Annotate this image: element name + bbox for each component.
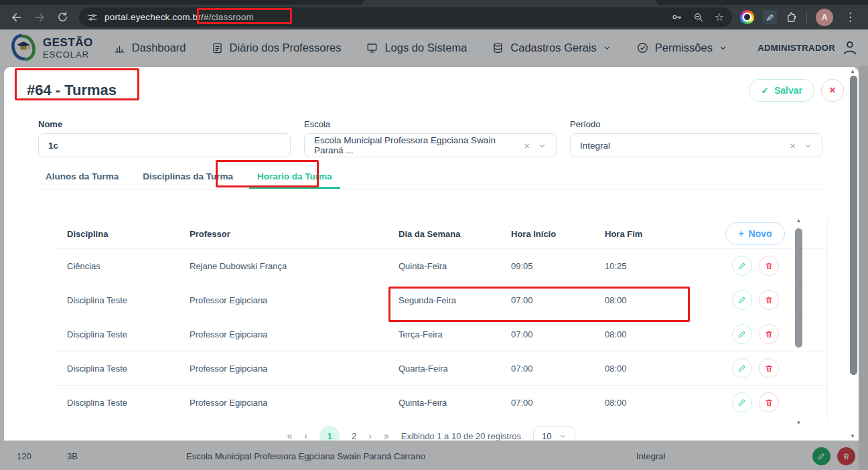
address-bar[interactable]: portal.eyecheck.com.br/#/classroom ☆ [79, 7, 732, 27]
novo-button[interactable]: + Novo [725, 222, 784, 245]
row-actions [732, 392, 779, 412]
cell-disciplina: Disciplina Teste [67, 364, 190, 374]
cell-hora-fim: 08:00 [605, 329, 683, 339]
clear-icon[interactable]: × [524, 140, 530, 151]
page-size-select[interactable]: 10 [533, 426, 575, 441]
nome-input[interactable]: 1c [38, 133, 291, 157]
cell-dia: Segunda-Feira [399, 295, 511, 305]
last-page-button[interactable]: » [384, 430, 389, 441]
col-disciplina: Disciplina [67, 229, 190, 239]
cell-hora-inicio: 07:00 [511, 329, 605, 339]
periodo-select[interactable]: Integral × [570, 133, 822, 157]
page-size-value: 10 [542, 431, 551, 441]
edit-button[interactable] [732, 392, 752, 412]
scroll-up-icon[interactable]: ▲ [850, 68, 855, 74]
browser-menu-icon[interactable]: ⋮ [842, 10, 859, 24]
browser-reload-button[interactable] [52, 7, 72, 27]
periodo-value: Integral [580, 141, 610, 151]
browser-profile-avatar[interactable]: A [816, 9, 833, 26]
first-page-button[interactable]: « [287, 430, 293, 441]
row-actions [732, 256, 779, 276]
modal-header-actions: ✓ Salvar × [749, 79, 844, 102]
browser-chrome: portal.eyecheck.com.br/#/classroom ☆ A ⋮ [0, 0, 868, 29]
edit-button[interactable] [732, 290, 752, 310]
delete-button[interactable] [759, 392, 779, 412]
cell-professor: Professor Egipciana [190, 295, 399, 305]
pencil-icon [737, 329, 747, 339]
field-periodo: Período Integral × [570, 119, 822, 157]
trash-icon [764, 329, 774, 339]
edit-button[interactable] [732, 358, 752, 378]
site-settings-icon[interactable] [87, 12, 98, 23]
table-row: Disciplina Teste Professor Egipciana Qui… [55, 385, 827, 419]
escola-value: Escola Municipal Professora Egpciana Swa… [314, 135, 524, 155]
escola-select[interactable]: Escola Municipal Professora Egpciana Swa… [304, 133, 557, 157]
col-hora-fim: Hora Fim [605, 229, 683, 239]
save-label: Salvar [774, 85, 802, 96]
modal-scrollbar[interactable]: ▲ ▼ [849, 67, 859, 441]
cell-disciplina: Disciplina Teste [67, 329, 190, 339]
escola-label: Escola [304, 119, 557, 129]
close-button[interactable]: × [821, 79, 844, 102]
edit-button[interactable] [732, 324, 752, 344]
cell-dia: Quinta-Feira [399, 261, 511, 271]
prev-page-button[interactable]: ‹ [304, 430, 307, 441]
cell-hora-fim: 08:00 [605, 364, 683, 374]
zoom-out-icon[interactable] [693, 12, 704, 23]
cell-disciplina: Disciplina Teste [67, 398, 190, 408]
extension-pen-icon[interactable] [763, 10, 777, 24]
scrollbar-thumb[interactable] [795, 228, 802, 347]
check-icon: ✓ [761, 85, 769, 96]
table-scrollbar[interactable]: ▲ ▼ [794, 218, 803, 426]
tab-disciplinas-da-turma[interactable]: Disciplinas da Turma [135, 165, 241, 189]
address-bar-actions: ☆ [671, 11, 724, 23]
scrollbar-thumb[interactable] [850, 76, 857, 375]
novo-label: Novo [749, 228, 772, 239]
periodo-label: Período [570, 119, 822, 129]
scroll-down-icon[interactable]: ▼ [796, 420, 802, 426]
browser-extensions-area: A ⋮ [740, 9, 861, 26]
chevron-down-icon[interactable] [538, 141, 547, 150]
horario-table: Disciplina Professor Dia da Semana Hora … [55, 219, 828, 419]
edit-button[interactable] [732, 256, 752, 276]
cell-hora-fim: 08:00 [605, 295, 683, 305]
tab-horario-da-turma[interactable]: Horario da Turma [249, 165, 340, 189]
field-nome: Nome 1c [38, 119, 291, 157]
browser-forward-button[interactable] [29, 7, 50, 27]
password-key-icon[interactable] [671, 11, 682, 23]
delete-button[interactable] [759, 358, 779, 378]
extension-color-icon[interactable] [740, 10, 754, 24]
cell-dia: Quinta-Feira [399, 398, 511, 408]
cell-hora-inicio: 07:00 [511, 295, 605, 305]
page-2-button[interactable]: 2 [352, 431, 356, 441]
forward-arrow-icon [33, 11, 46, 23]
cell-dia: Terça-Feira [399, 329, 511, 339]
page-1-button[interactable]: 1 [319, 426, 340, 441]
trash-icon [764, 364, 774, 373]
browser-active-tab[interactable] [362, 0, 658, 5]
cell-hora-fim: 08:00 [605, 398, 683, 408]
nome-label: Nome [38, 119, 291, 129]
extensions-puzzle-icon[interactable] [786, 11, 798, 23]
browser-back-button[interactable] [7, 7, 27, 27]
scroll-down-icon[interactable]: ▼ [850, 433, 855, 439]
tab-alunos-da-turma[interactable]: Alunos da Turma [38, 165, 127, 189]
page-title: #64 - Turmas [27, 82, 117, 99]
next-page-button[interactable]: › [368, 430, 372, 441]
delete-button[interactable] [759, 324, 779, 344]
bookmark-star-icon[interactable]: ☆ [715, 12, 724, 23]
table-row: Disciplina Teste Professor Egipciana Qua… [55, 351, 827, 385]
delete-button[interactable] [759, 256, 779, 276]
cell-hora-fim: 10:25 [605, 261, 683, 271]
trash-icon [764, 295, 774, 305]
scroll-up-icon[interactable]: ▲ [796, 218, 802, 224]
clear-icon[interactable]: × [790, 140, 796, 151]
delete-button[interactable] [759, 290, 779, 310]
col-dia-da-semana: Dia da Semana [399, 229, 511, 239]
save-button[interactable]: ✓ Salvar [749, 79, 814, 102]
url-text[interactable]: portal.eyecheck.com.br/#/classroom [104, 12, 254, 22]
pagination-info: Exibindo 1 a 10 de 20 registros [401, 431, 521, 441]
cell-disciplina: Disciplina Teste [67, 295, 190, 305]
turmas-modal: #64 - Turmas ✓ Salvar × Nome 1c Escola E… [4, 67, 859, 441]
chevron-down-icon[interactable] [804, 141, 812, 150]
